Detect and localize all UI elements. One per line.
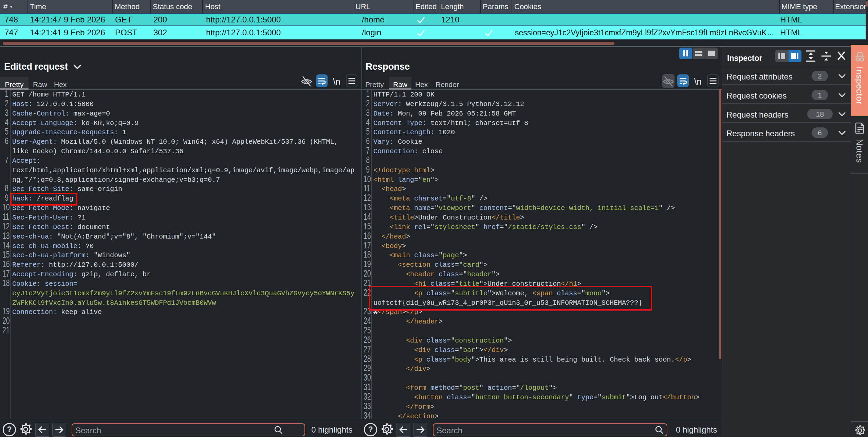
svg-text:?: ? [368,425,373,434]
svg-text:?: ? [7,425,12,434]
